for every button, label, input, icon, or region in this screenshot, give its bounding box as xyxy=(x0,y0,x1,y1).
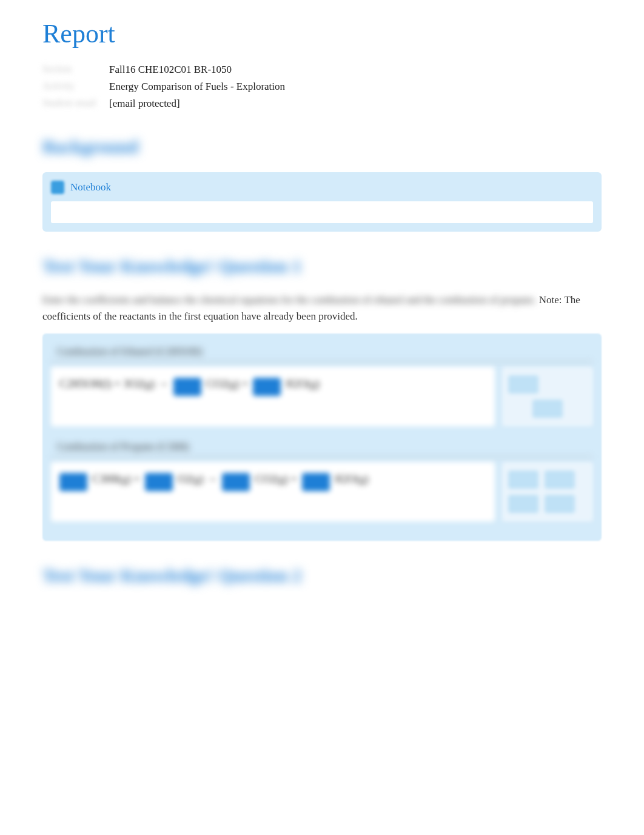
side-button[interactable] xyxy=(508,495,538,513)
formula-text: H2O(g) xyxy=(286,378,320,391)
side-button[interactable] xyxy=(532,400,563,418)
notebook-header: Notebook xyxy=(51,181,593,194)
meta-value-section: Fall16 CHE102C01 BR-1050 xyxy=(109,64,232,76)
background-heading: Background xyxy=(42,136,602,157)
meta-table: Section Fall16 CHE102C01 BR-1050 Activit… xyxy=(42,61,602,112)
equation-block-propane: Combustion of Propane (C3H8) C3H8(g) + O… xyxy=(51,437,593,521)
meta-row: Activity Energy Comparison of Fuels - Ex… xyxy=(42,78,602,95)
equations-container: Combustion of Ethanol (C2H5OH) C2H5OH(l)… xyxy=(42,334,602,541)
instruction-blur-part: Enter the coefficients and balance the c… xyxy=(42,294,536,306)
meta-value-activity: Energy Comparison of Fuels - Exploration xyxy=(109,81,285,93)
meta-row: Section Fall16 CHE102C01 BR-1050 xyxy=(42,61,602,78)
question-1-instruction: Enter the coefficients and balance the c… xyxy=(42,292,602,324)
side-button[interactable] xyxy=(545,495,575,513)
meta-row: Student email [email protected] xyxy=(42,95,602,112)
question-2-heading: Test Your Knowledge! Question 2 xyxy=(42,565,602,586)
page-title: Report xyxy=(42,18,602,49)
equation-main: C2H5OH(l) + 3O2(g) → CO2(g) + H2O(g) xyxy=(51,367,495,426)
meta-label: Student email xyxy=(42,98,109,110)
coefficient-input[interactable] xyxy=(145,473,173,491)
side-button[interactable] xyxy=(508,375,538,394)
equation-title: Combustion of Ethanol (C2H5OH) xyxy=(51,342,593,362)
equation-block-ethanol: Combustion of Ethanol (C2H5OH) C2H5OH(l)… xyxy=(51,342,593,426)
coefficient-input[interactable] xyxy=(253,378,281,396)
side-button[interactable] xyxy=(508,471,538,489)
notebook-input[interactable] xyxy=(51,201,593,223)
formula-text: C2H5OH(l) + 3O2(g) → xyxy=(59,378,169,391)
meta-label: Activity xyxy=(42,81,109,93)
notebook-icon xyxy=(51,181,64,194)
question-1-heading: Test Your Knowledge! Question 1 xyxy=(42,256,602,277)
formula-text: CO2(g) + xyxy=(255,473,297,486)
coefficient-input[interactable] xyxy=(302,473,330,491)
notebook-label: Notebook xyxy=(70,181,111,193)
formula-text: C3H8(g) + xyxy=(92,473,140,486)
formula-text: O2(g) → xyxy=(178,473,218,486)
coefficient-input[interactable] xyxy=(173,378,201,396)
meta-label: Section xyxy=(42,64,109,76)
coefficient-input[interactable] xyxy=(222,473,250,491)
equation-main: C3H8(g) + O2(g) → CO2(g) + H2O(g) xyxy=(51,462,495,521)
notebook-box: Notebook xyxy=(42,172,602,232)
equation-side-panel xyxy=(502,367,593,426)
meta-value-email: [email protected] xyxy=(109,98,180,110)
formula-text: H2O(g) xyxy=(335,473,369,486)
formula-text: CO2(g) + xyxy=(206,378,249,391)
coefficient-input[interactable] xyxy=(59,473,87,491)
equation-title: Combustion of Propane (C3H8) xyxy=(51,437,593,457)
equation-side-panel xyxy=(502,462,593,521)
side-button[interactable] xyxy=(545,471,575,489)
